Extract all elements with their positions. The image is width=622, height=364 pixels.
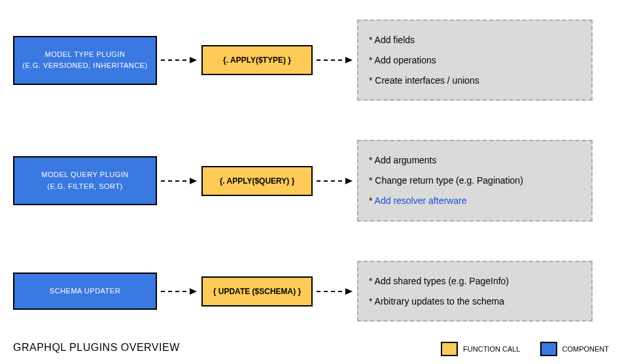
svg-marker-3: [345, 57, 353, 63]
description-box: * Add shared types (e.g. PageInfo)* Arbi…: [357, 261, 593, 322]
arrow-icon: [161, 55, 198, 65]
description-line: * Add resolver afterware: [369, 191, 581, 211]
diagram-title: GRAPHQL PLUGINS OVERVIEW: [13, 342, 180, 354]
arrow-icon: [317, 176, 353, 186]
description-line: * Add arguments: [369, 150, 581, 171]
function-box: { UPDATE ($SCHEMA) }: [201, 276, 313, 306]
function-box: {. APPLY($QUERY) }: [201, 166, 313, 196]
svg-marker-5: [190, 178, 197, 184]
legend-item-component: COMPONENT: [540, 342, 610, 356]
diagram-row: MODEL TYPE PLUGIN(E.G. VERSIONED, INHERI…: [13, 20, 609, 101]
description-line: * Create interfaces / unions: [369, 71, 581, 91]
legend-item-function: FUNCTION CALL: [441, 342, 520, 356]
component-line1: SCHEMA UPDATER: [21, 286, 149, 297]
component-line2: (E.G. VERSIONED, INHERITANCE): [21, 60, 149, 72]
diagram-rows: MODEL TYPE PLUGIN(E.G. VERSIONED, INHERI…: [13, 20, 609, 322]
component-box: MODEL QUERY PLUGIN(E.G. FILTER, SORT): [13, 156, 157, 205]
arrow-icon: [317, 55, 353, 65]
diagram-row: MODEL QUERY PLUGIN(E.G. FILTER, SORT){. …: [13, 140, 609, 221]
description-line: * Add fields: [369, 30, 581, 50]
legend-label-component: COMPONENT: [562, 345, 610, 353]
component-box: SCHEMA UPDATER: [13, 273, 157, 310]
legend-swatch-function: [441, 342, 458, 356]
function-box: {. APPLY($TYPE) }: [201, 45, 313, 75]
arrow-icon: [161, 176, 198, 186]
svg-marker-11: [345, 288, 353, 295]
component-line1: MODEL QUERY PLUGIN: [21, 169, 149, 181]
arrow-icon: [317, 286, 353, 297]
component-box: MODEL TYPE PLUGIN(E.G. VERSIONED, INHERI…: [13, 36, 157, 85]
legend-swatch-component: [540, 342, 557, 356]
description-box: * Add fields* Add operations* Create int…: [357, 20, 593, 101]
description-line: * Arbitrary updates to the schema: [369, 291, 581, 312]
component-line1: MODEL TYPE PLUGIN: [21, 49, 149, 61]
arrow-icon: [161, 286, 198, 297]
component-line2: (E.G. FILTER, SORT): [21, 181, 149, 193]
legend: FUNCTION CALL COMPONENT: [441, 342, 609, 356]
svg-marker-1: [190, 57, 197, 63]
diagram-row: SCHEMA UPDATER{ UPDATE ($SCHEMA) }* Add …: [13, 261, 609, 322]
svg-marker-9: [190, 288, 197, 295]
description-line: * Add shared types (e.g. PageInfo): [369, 271, 581, 291]
description-box: * Add arguments* Change return type (e.g…: [357, 140, 593, 221]
description-link[interactable]: Add resolver afterware: [375, 195, 467, 206]
description-line: * Change return type (e.g. Pagination): [369, 171, 581, 191]
description-line: * Add operations: [369, 50, 581, 71]
legend-label-function: FUNCTION CALL: [463, 345, 520, 353]
svg-marker-7: [345, 178, 353, 184]
